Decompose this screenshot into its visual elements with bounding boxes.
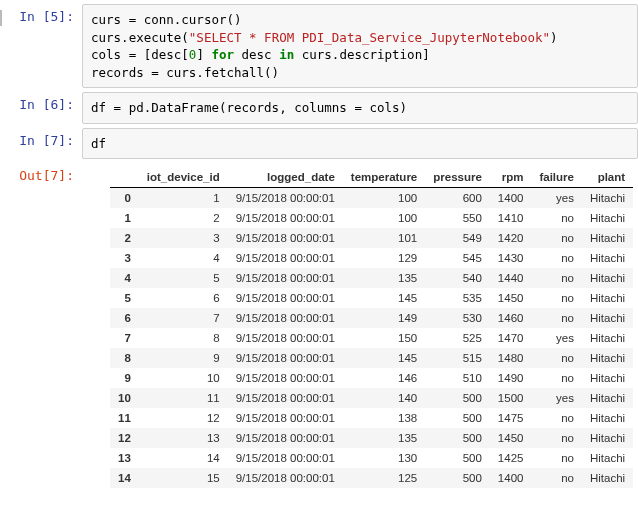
table-cell: Hitachi (582, 268, 633, 288)
table-cell: 1490 (490, 368, 532, 388)
table-cell: 7 (139, 308, 228, 328)
code-input-5[interactable]: curs = conn.cursor() curs.execute("SELEC… (82, 4, 638, 88)
row-index: 4 (110, 268, 139, 288)
table-cell: 10 (139, 368, 228, 388)
input-prompt-6: In [6]: (0, 92, 82, 124)
table-cell: 5 (139, 268, 228, 288)
table-row: 789/15/2018 00:00:011505251470yesHitachi (110, 328, 633, 348)
table-cell: 125 (343, 468, 425, 488)
table-cell: 1 (139, 188, 228, 209)
table-cell: 149 (343, 308, 425, 328)
table-cell: 9/15/2018 00:00:01 (228, 468, 343, 488)
table-row: 129/15/2018 00:00:011005501410noHitachi (110, 208, 633, 228)
row-index: 6 (110, 308, 139, 328)
column-header: plant (582, 167, 633, 188)
table-cell: 500 (425, 468, 490, 488)
code-line: curs = conn.cursor() (91, 12, 242, 27)
code-keyword: in (279, 47, 294, 62)
table-cell: 138 (343, 408, 425, 428)
table-cell: 1500 (490, 388, 532, 408)
table-cell: 4 (139, 248, 228, 268)
table-cell: 1400 (490, 188, 532, 209)
code-fragment: ) (550, 30, 558, 45)
table-cell: 1450 (490, 288, 532, 308)
code-cell-5: In [5]: curs = conn.cursor() curs.execut… (0, 4, 638, 88)
table-row: 679/15/2018 00:00:011495301460noHitachi (110, 308, 633, 328)
output-area-7: iot_device_idlogged_datetemperaturepress… (82, 163, 638, 488)
code-fragment: curs.description] (294, 47, 429, 62)
table-cell: Hitachi (582, 248, 633, 268)
table-cell: 135 (343, 268, 425, 288)
table-cell: no (531, 228, 582, 248)
table-cell: yes (531, 328, 582, 348)
row-index: 11 (110, 408, 139, 428)
code-cell-7: In [7]: df (0, 128, 638, 160)
table-cell: 145 (343, 288, 425, 308)
table-cell: 510 (425, 368, 490, 388)
table-cell: Hitachi (582, 348, 633, 368)
row-index: 13 (110, 448, 139, 468)
table-cell: 545 (425, 248, 490, 268)
dataframe-table: iot_device_idlogged_datetemperaturepress… (110, 167, 633, 488)
table-cell: 1470 (490, 328, 532, 348)
code-line: curs.execute( (91, 30, 189, 45)
table-cell: Hitachi (582, 288, 633, 308)
table-cell: 140 (343, 388, 425, 408)
column-header: temperature (343, 167, 425, 188)
input-prompt-5: In [5]: (0, 4, 82, 88)
table-cell: 9/15/2018 00:00:01 (228, 188, 343, 209)
row-index: 8 (110, 348, 139, 368)
code-input-6[interactable]: df = pd.DataFrame(records, columns = col… (82, 92, 638, 124)
input-prompt-7: In [7]: (0, 128, 82, 160)
table-cell: 1400 (490, 468, 532, 488)
table-cell: 9 (139, 348, 228, 368)
table-cell: 1460 (490, 308, 532, 328)
row-index: 5 (110, 288, 139, 308)
table-row: 349/15/2018 00:00:011295451430noHitachi (110, 248, 633, 268)
column-header: logged_date (228, 167, 343, 188)
code-fragment: desc (234, 47, 279, 62)
table-cell: Hitachi (582, 368, 633, 388)
table-cell: 150 (343, 328, 425, 348)
table-cell: 9/15/2018 00:00:01 (228, 448, 343, 468)
table-cell: no (531, 348, 582, 368)
code-input-7[interactable]: df (82, 128, 638, 160)
table-row: 12139/15/2018 00:00:011355001450noHitach… (110, 428, 633, 448)
table-row: 11129/15/2018 00:00:011385001475noHitach… (110, 408, 633, 428)
table-cell: yes (531, 388, 582, 408)
table-cell: 9/15/2018 00:00:01 (228, 308, 343, 328)
table-row: 019/15/2018 00:00:011006001400yesHitachi (110, 188, 633, 209)
table-row: 569/15/2018 00:00:011455351450noHitachi (110, 288, 633, 308)
table-cell: 8 (139, 328, 228, 348)
row-index: 14 (110, 468, 139, 488)
table-cell: no (531, 468, 582, 488)
code-line: df = pd.DataFrame(records, columns = col… (91, 100, 407, 115)
table-cell: 146 (343, 368, 425, 388)
table-cell: no (531, 448, 582, 468)
code-fragment: cols = [desc[ (91, 47, 189, 62)
table-cell: 135 (343, 428, 425, 448)
table-body: 019/15/2018 00:00:011006001400yesHitachi… (110, 188, 633, 489)
table-cell: Hitachi (582, 428, 633, 448)
table-cell: 9/15/2018 00:00:01 (228, 268, 343, 288)
table-cell: 9/15/2018 00:00:01 (228, 248, 343, 268)
table-cell: 9/15/2018 00:00:01 (228, 228, 343, 248)
table-cell: 2 (139, 208, 228, 228)
table-cell: 13 (139, 428, 228, 448)
table-cell: 500 (425, 408, 490, 428)
code-fragment: ] (196, 47, 211, 62)
table-cell: no (531, 408, 582, 428)
table-cell: 525 (425, 328, 490, 348)
code-line: df (91, 136, 106, 151)
table-cell: 9/15/2018 00:00:01 (228, 368, 343, 388)
table-cell: 500 (425, 388, 490, 408)
table-cell: 9/15/2018 00:00:01 (228, 288, 343, 308)
table-cell: no (531, 248, 582, 268)
table-row: 14159/15/2018 00:00:011255001400noHitach… (110, 468, 633, 488)
table-cell: Hitachi (582, 188, 633, 209)
table-cell: 14 (139, 448, 228, 468)
output-prompt-7: Out[7]: (0, 163, 82, 488)
table-cell: 500 (425, 428, 490, 448)
table-row: 899/15/2018 00:00:011455151480noHitachi (110, 348, 633, 368)
table-cell: 1420 (490, 228, 532, 248)
